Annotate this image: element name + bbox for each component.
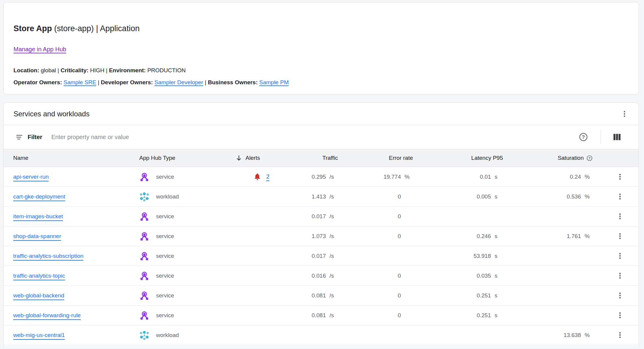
- app-hub-type-cell: service: [139, 172, 234, 182]
- kebab-menu-icon: [616, 232, 624, 240]
- developer-owners-link[interactable]: Sampler Developer: [155, 79, 203, 85]
- name-cell: web-global-forwarding-rule: [4, 312, 139, 319]
- panel-overflow-menu-button[interactable]: [619, 109, 630, 119]
- app-hub-type-cell: workload: [139, 330, 234, 340]
- row-actions-button[interactable]: [615, 211, 625, 222]
- services-and-workloads-card: Services and workloads Filter ? Name App…: [3, 103, 639, 347]
- traffic-value: 0.017: [283, 253, 326, 259]
- app-hub-type-cell: workload: [139, 192, 234, 202]
- service-icon: [139, 172, 149, 182]
- traffic-cell: 0.081/s: [283, 312, 340, 319]
- column-display-icon: [612, 132, 622, 142]
- actions-cell: [595, 291, 639, 301]
- column-display-button[interactable]: [610, 130, 624, 144]
- resource-name-link[interactable]: traffic-analytics-topic: [13, 273, 65, 279]
- resource-name-link[interactable]: cart-gke-deployment: [13, 193, 65, 200]
- name-cell: cart-gke-deployment: [4, 193, 139, 200]
- actions-cell: [595, 192, 639, 202]
- traffic-cell: 0.295/s: [283, 174, 340, 180]
- column-header-saturation[interactable]: Saturation ?: [505, 155, 595, 162]
- app-metadata-line-2: Operator Owners: Sample SRE | Developer …: [14, 79, 629, 86]
- resource-name-link[interactable]: item-images-bucket: [13, 213, 63, 220]
- app-hub-type-label: workload: [156, 332, 179, 339]
- column-header-alerts[interactable]: Alerts: [234, 154, 283, 162]
- actions-cell: [595, 172, 639, 182]
- row-actions-button[interactable]: [615, 251, 625, 261]
- traffic-value: 0.081: [283, 292, 326, 299]
- row-actions-button[interactable]: [615, 231, 625, 241]
- manage-in-app-hub-link[interactable]: Manage in App Hub: [14, 46, 66, 53]
- latency-p95-value: 0.01: [415, 174, 491, 180]
- traffic-cell: 0.016/s: [283, 273, 340, 279]
- filter-help-button[interactable]: ?: [577, 131, 590, 143]
- resource-name-link[interactable]: web-global-forwarding-rule: [13, 312, 81, 319]
- traffic-cell: 0.017/s: [283, 253, 340, 259]
- kebab-menu-icon: [616, 252, 624, 260]
- row-actions-button[interactable]: [615, 291, 625, 301]
- traffic-unit: /s: [326, 174, 338, 180]
- latency-p95-value: 0.251: [415, 292, 491, 299]
- service-icon: [139, 251, 149, 261]
- app-hub-type-cell: service: [139, 211, 234, 222]
- resource-name-link[interactable]: api-server-run: [13, 174, 49, 180]
- error-rate-cell: 0: [340, 273, 415, 279]
- svg-text:?: ?: [588, 156, 591, 160]
- latency-p95-unit: s: [491, 292, 503, 299]
- meta-label: Developer Owners:: [101, 79, 153, 85]
- saturation-value: 1.761: [505, 233, 581, 240]
- operator-owners-link[interactable]: Sample SRE: [64, 79, 96, 85]
- resource-name-link[interactable]: shop-data-spanner: [13, 233, 61, 240]
- traffic-unit: /s: [326, 233, 338, 240]
- app-hub-type-label: service: [156, 312, 174, 319]
- latency-p95-unit: s: [491, 273, 503, 279]
- error-rate-unit: %: [401, 174, 413, 180]
- row-actions-button[interactable]: [615, 310, 625, 321]
- actions-cell: [595, 310, 639, 321]
- column-header-latency-p95[interactable]: Latency P95: [415, 155, 505, 161]
- filter-bar: Filter ?: [4, 125, 639, 149]
- resource-name-link[interactable]: traffic-analytics-subscription: [13, 253, 83, 259]
- latency-p95-cell: 0.251s: [415, 292, 505, 299]
- meta-label: Operator Owners:: [14, 79, 62, 85]
- table-row: web-global-forwarding-rule service 0.081…: [4, 306, 639, 325]
- row-actions-button[interactable]: [615, 192, 625, 202]
- app-hub-type-label: service: [156, 213, 174, 220]
- name-cell: api-server-run: [4, 174, 139, 180]
- column-header-app-hub-type[interactable]: App Hub Type: [139, 155, 234, 161]
- app-metadata-line-1: Location: global | Criticality: HIGH | E…: [14, 67, 629, 74]
- row-actions-button[interactable]: [615, 330, 625, 340]
- error-rate-cell: 0: [340, 193, 415, 200]
- column-header-error-rate[interactable]: Error rate: [340, 155, 415, 161]
- row-actions-button[interactable]: [615, 172, 625, 182]
- saturation-unit: %: [581, 193, 593, 200]
- filter-label: Filter: [28, 134, 42, 141]
- error-rate-cell: 19.774%: [340, 174, 415, 180]
- kebab-menu-icon: [616, 173, 624, 181]
- saturation-cell: 0.536%: [505, 193, 595, 200]
- error-rate-value: 0: [340, 193, 401, 200]
- traffic-value: 0.081: [283, 312, 326, 319]
- filter-input[interactable]: [51, 134, 577, 141]
- latency-p95-value: 0.005: [415, 193, 491, 200]
- app-hub-type-label: service: [156, 292, 174, 299]
- latency-p95-value: 0.246: [415, 233, 491, 240]
- alert-count-link[interactable]: 2: [266, 173, 269, 180]
- meta-label: Environment:: [109, 67, 146, 73]
- business-owners-link[interactable]: Sample PM: [259, 79, 289, 85]
- latency-p95-cell: 0.246s: [415, 233, 505, 240]
- kebab-menu-icon: [616, 331, 624, 339]
- actions-cell: [595, 231, 639, 241]
- meta-text: global |: [39, 67, 61, 73]
- latency-p95-cell: 0.251s: [415, 312, 505, 319]
- saturation-cell: 13.638%: [505, 332, 595, 339]
- table-row: traffic-analytics-subscription service 0…: [4, 246, 639, 266]
- column-header-name[interactable]: Name: [4, 155, 139, 161]
- saturation-help-icon: ?: [586, 155, 593, 162]
- resource-name-link[interactable]: web-global-backend: [13, 292, 64, 299]
- column-header-traffic[interactable]: Traffic: [283, 155, 340, 161]
- kebab-menu-icon: [616, 312, 624, 319]
- resource-name-link[interactable]: web-mig-us-central1: [13, 332, 65, 339]
- row-actions-button[interactable]: [615, 271, 625, 281]
- actions-cell: [595, 330, 639, 340]
- name-cell: web-mig-us-central1: [4, 332, 139, 339]
